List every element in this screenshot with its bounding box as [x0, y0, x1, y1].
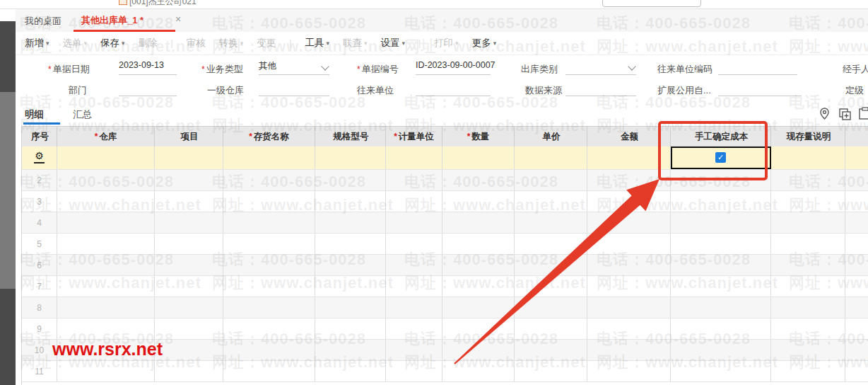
table-cell[interactable] — [155, 340, 223, 360]
table-cell[interactable] — [57, 318, 155, 339]
table-cell[interactable] — [57, 191, 155, 212]
toolbar-button-convert[interactable]: 转换▾ — [219, 37, 244, 50]
table-cell[interactable] — [223, 212, 315, 233]
table-cell[interactable] — [587, 276, 671, 297]
table-cell[interactable] — [671, 340, 771, 360]
table-cell[interactable] — [442, 340, 515, 360]
toolbar-button-change[interactable]: 变更 — [257, 37, 276, 50]
table-cell[interactable] — [515, 212, 587, 233]
table-cell[interactable] — [587, 191, 671, 212]
close-icon[interactable]: × — [175, 13, 181, 25]
table-cell[interactable] — [671, 361, 771, 381]
table-cell[interactable] — [223, 234, 315, 254]
table-cell[interactable] — [845, 340, 868, 360]
toolbar-button-save[interactable]: 保存▾ — [100, 37, 125, 50]
table-cell[interactable] — [771, 191, 845, 212]
table-cell[interactable] — [386, 255, 442, 275]
scrollbar-thumb[interactable] — [0, 92, 16, 289]
table-cell[interactable] — [223, 297, 315, 318]
table-cell[interactable] — [587, 340, 671, 360]
manual-cost-checkbox[interactable]: ✓ — [715, 152, 726, 163]
table-cell[interactable] — [771, 255, 845, 275]
level1-warehouse-input[interactable] — [259, 81, 329, 96]
table-cell[interactable] — [845, 318, 868, 339]
table-cell[interactable] — [155, 297, 223, 318]
table-cell[interactable] — [845, 191, 868, 212]
table-cell[interactable] — [223, 191, 315, 212]
table-cell[interactable] — [845, 255, 868, 275]
table-cell[interactable] — [57, 297, 155, 318]
table-cell[interactable] — [442, 276, 515, 297]
table-cell[interactable] — [315, 276, 386, 297]
table-cell[interactable] — [671, 318, 771, 339]
table-cell[interactable] — [57, 170, 155, 190]
table-cell[interactable] — [442, 212, 515, 233]
location-pin-icon[interactable] — [819, 107, 831, 121]
table-cell[interactable] — [442, 191, 515, 212]
table-cell[interactable] — [223, 170, 315, 190]
table-cell[interactable] — [57, 146, 155, 169]
table-cell[interactable] — [515, 191, 587, 212]
table-cell[interactable] — [223, 318, 315, 339]
table-cell[interactable] — [315, 340, 386, 360]
table-cell[interactable] — [671, 255, 771, 275]
table-cell[interactable]: ⚙ — [22, 146, 57, 169]
table-cell[interactable] — [515, 276, 587, 297]
table-cell[interactable] — [587, 297, 671, 318]
table-cell[interactable] — [315, 361, 386, 381]
table-cell[interactable] — [845, 276, 868, 297]
table-cell[interactable] — [771, 212, 845, 233]
table-cell[interactable] — [845, 212, 868, 233]
table-cell[interactable] — [155, 276, 223, 297]
toolbar-button-print[interactable]: 打印▾ — [434, 37, 459, 50]
tab-detail[interactable]: 明细 — [25, 108, 44, 121]
table-cell[interactable] — [671, 170, 771, 190]
table-cell[interactable] — [315, 297, 386, 318]
toolbar-button-select-doc[interactable]: 选单▾ — [63, 37, 88, 50]
table-cell[interactable] — [515, 340, 587, 360]
table-cell[interactable] — [386, 234, 442, 254]
table-cell[interactable] — [671, 191, 771, 212]
extended-field-input[interactable] — [718, 81, 802, 96]
table-cell[interactable] — [515, 170, 587, 190]
table-cell[interactable]: ✓ — [671, 146, 771, 169]
table-cell[interactable] — [155, 318, 223, 339]
table-cell[interactable] — [671, 276, 771, 297]
copy-add-icon[interactable] — [838, 107, 852, 121]
table-cell[interactable] — [386, 276, 442, 297]
table-cell[interactable] — [223, 361, 315, 381]
table-cell[interactable] — [671, 212, 771, 233]
table-cell[interactable] — [386, 170, 442, 190]
table-cell[interactable] — [315, 318, 386, 339]
table-cell[interactable] — [442, 318, 515, 339]
tab-summary[interactable]: 汇总 — [73, 108, 92, 121]
table-cell[interactable] — [315, 234, 386, 254]
toolbar-button-delete[interactable]: 删除 — [139, 37, 158, 50]
table-cell[interactable] — [771, 146, 845, 169]
table-cell[interactable] — [515, 234, 587, 254]
table-cell[interactable] — [57, 234, 155, 254]
table-cell[interactable] — [386, 212, 442, 233]
table-cell[interactable] — [771, 297, 845, 318]
table-cell[interactable] — [515, 255, 587, 275]
table-cell[interactable] — [671, 297, 771, 318]
table-cell[interactable] — [386, 340, 442, 360]
doc-date-input[interactable]: 2023-09-13 — [119, 60, 177, 75]
table-cell[interactable] — [223, 255, 315, 275]
table-cell[interactable] — [155, 234, 223, 254]
table-cell[interactable] — [845, 361, 868, 381]
table-cell[interactable] — [155, 255, 223, 275]
table-cell[interactable] — [771, 340, 845, 360]
table-cell[interactable] — [845, 146, 868, 169]
table-cell[interactable] — [315, 146, 386, 169]
table-cell[interactable] — [442, 146, 515, 169]
table-cell[interactable] — [771, 170, 845, 190]
table-cell[interactable] — [155, 170, 223, 190]
outbound-category-select[interactable] — [565, 60, 636, 75]
table-cell[interactable] — [771, 361, 845, 381]
table-cell[interactable] — [515, 297, 587, 318]
tab-my-desktop[interactable]: 我的桌面 — [25, 15, 61, 28]
table-cell[interactable] — [386, 191, 442, 212]
table-cell[interactable] — [442, 170, 515, 190]
table-cell[interactable] — [386, 146, 442, 169]
